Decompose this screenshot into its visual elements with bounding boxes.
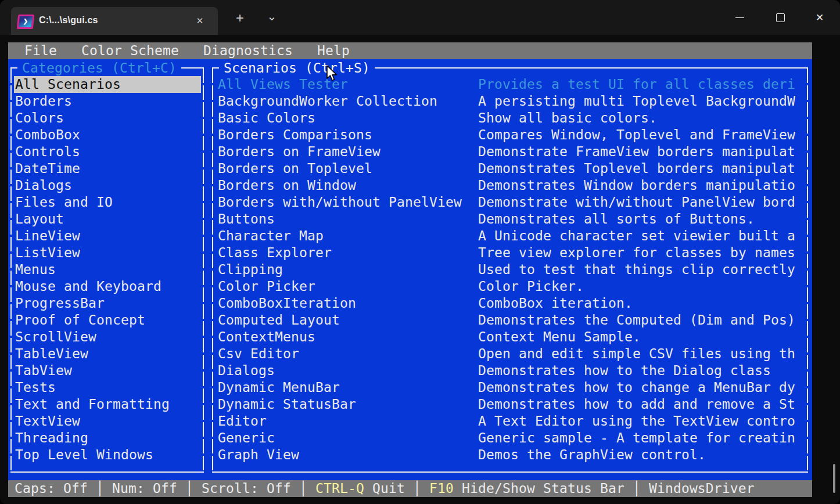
- categories-list: All ScenariosBordersColorsComboBoxContro…: [14, 76, 201, 463]
- category-item[interactable]: LineView: [14, 228, 201, 244]
- scenario-row[interactable]: Basic ColorsShow all basic colors.: [218, 110, 807, 127]
- category-item[interactable]: Menus: [14, 261, 201, 278]
- scenario-row[interactable]: Dynamic MenuBarDemonstrates how to chang…: [218, 379, 807, 396]
- frame-border-bottom: [10, 471, 204, 473]
- scenario-row[interactable]: EditorA Text Editor using the TextView c…: [218, 413, 807, 430]
- status-item[interactable]: WindowsDriver: [649, 481, 755, 496]
- category-item[interactable]: ScrollView: [14, 329, 201, 345]
- scrollbar-thumb[interactable]: [833, 464, 835, 493]
- category-item[interactable]: TableView: [14, 345, 201, 362]
- category-item[interactable]: Files and IO: [14, 194, 201, 211]
- scenarios-list: All Views TesterProvides a test UI for a…: [218, 76, 807, 463]
- category-item[interactable]: Dialogs: [14, 177, 201, 194]
- scenario-description: Color Picker.: [478, 278, 584, 295]
- mouse-cursor-icon: [325, 65, 338, 82]
- scenario-row[interactable]: BackgroundWorker CollectionA persisting …: [218, 93, 807, 110]
- scenario-name: Clipping: [218, 261, 283, 278]
- menu-item-help[interactable]: Help: [317, 42, 350, 59]
- menu-item-color-scheme[interactable]: Color Scheme: [81, 42, 179, 59]
- menu-item-file[interactable]: File: [24, 42, 57, 59]
- scenario-name: Dialogs: [218, 362, 275, 379]
- scenario-description: A Unicode character set viewier built a: [478, 228, 795, 244]
- category-item[interactable]: Controls: [14, 143, 201, 160]
- scenario-row[interactable]: Color PickerColor Picker.: [218, 278, 807, 295]
- category-item[interactable]: Mouse and Keyboard: [14, 278, 201, 295]
- scenario-row[interactable]: ComboBoxIterationComboBox iteration.: [218, 295, 807, 312]
- scenario-row[interactable]: Csv EditorOpen and edit simple CSV files…: [218, 345, 807, 362]
- scenario-name: Dynamic MenuBar: [218, 379, 340, 396]
- scenario-row[interactable]: Computed LayoutDemonstrates the Computed…: [218, 312, 807, 329]
- scenario-row[interactable]: Graph ViewDemos the GraphView control.: [218, 447, 807, 463]
- scenario-description: Provides a test UI for all classes deri: [478, 76, 795, 93]
- scenario-row[interactable]: Borders ComparisonsCompares Window, Topl…: [218, 127, 807, 143]
- category-item[interactable]: Borders: [14, 93, 201, 110]
- scenario-description: Show all basic colors.: [478, 110, 657, 127]
- scenario-description: Demonstrates Toplevel borders manipulat: [478, 160, 795, 177]
- scenario-description: A persisting multi Toplevel BackgroundW: [478, 93, 795, 110]
- tab-dropdown-button[interactable]: ⌄: [261, 6, 282, 27]
- category-item[interactable]: Colors: [14, 110, 201, 127]
- scenario-name: Borders on Window: [218, 177, 356, 194]
- scenario-row[interactable]: Borders on FrameViewDemonstrate FrameVie…: [218, 143, 807, 160]
- category-item[interactable]: Tests: [14, 379, 201, 396]
- status-item[interactable]: Caps: Off: [15, 481, 88, 496]
- close-button[interactable]: ✕: [806, 5, 833, 31]
- category-item[interactable]: ProgressBar: [14, 295, 201, 312]
- maximize-icon: [776, 13, 785, 22]
- scenario-row[interactable]: ButtonsDemonstrates all sorts of Buttons…: [218, 211, 807, 228]
- scenario-row[interactable]: ContextMenusContext Menu Sample.: [218, 329, 807, 345]
- category-item[interactable]: Layout: [14, 211, 201, 228]
- scenario-row[interactable]: GenericGeneric sample - A template for c…: [218, 430, 807, 447]
- status-item[interactable]: Hide/Show Status Bar: [462, 481, 624, 496]
- menu-item-diagnostics[interactable]: Diagnostics: [203, 42, 293, 59]
- scenario-name: BackgroundWorker Collection: [218, 93, 437, 110]
- tab-close-icon[interactable]: ✕: [192, 13, 207, 28]
- scenario-name: Computed Layout: [218, 312, 340, 329]
- scenario-row[interactable]: Borders on ToplevelDemonstrates Toplevel…: [218, 160, 807, 177]
- scenario-description: Context Menu Sample.: [478, 329, 641, 345]
- scenario-row[interactable]: ClippingUsed to test that things clip co…: [218, 261, 807, 278]
- status-item[interactable]: Quit: [372, 481, 405, 496]
- category-item[interactable]: ComboBox: [14, 127, 201, 143]
- scenario-row[interactable]: Borders with/without PanelViewDemonstrat…: [218, 194, 807, 211]
- category-item[interactable]: Text and Formatting: [14, 396, 201, 413]
- scenario-description: Generic sample - A template for creatin: [478, 430, 795, 447]
- category-item[interactable]: DateTime: [14, 160, 201, 177]
- menu-bar-items: FileColor SchemeDiagnosticsHelp: [8, 43, 350, 58]
- status-separator: │: [88, 481, 112, 496]
- scenario-name: Generic: [218, 430, 275, 447]
- category-item[interactable]: Threading: [14, 430, 201, 447]
- category-item[interactable]: Proof of Concept: [14, 312, 201, 329]
- scenario-name: ContextMenus: [218, 329, 315, 345]
- scenario-row[interactable]: All Views TesterProvides a test UI for a…: [218, 76, 807, 93]
- category-item[interactable]: TextView: [14, 413, 201, 430]
- terminal-tab[interactable]: ❯ C:\...\s\gui.cs ✕: [11, 7, 218, 35]
- new-tab-button[interactable]: +: [229, 8, 250, 29]
- scenario-row[interactable]: Character MapA Unicode character set vie…: [218, 228, 807, 244]
- scenario-name: Borders on FrameView: [218, 143, 380, 160]
- scenario-row[interactable]: DialogsDemonstrates how to the Dialog cl…: [218, 362, 807, 379]
- maximize-button[interactable]: [767, 5, 794, 31]
- category-item[interactable]: ListView: [14, 244, 201, 261]
- tab-title: C:\...\s\gui.cs: [39, 7, 98, 35]
- scenario-description: Demonstrates how to change a MenuBar dy: [478, 379, 795, 396]
- category-item[interactable]: Top Level Windows: [14, 447, 201, 463]
- scenario-row[interactable]: Borders on WindowDemonstrates Window bor…: [218, 177, 807, 194]
- scenario-description: ComboBox iteration.: [478, 295, 633, 312]
- scenario-name: Dynamic StatusBar: [218, 396, 356, 413]
- status-item[interactable]: Num: Off: [112, 481, 177, 496]
- status-separator: │: [624, 481, 649, 496]
- minimize-button[interactable]: [726, 5, 753, 31]
- scenario-description: Demonstrates all sorts of Buttons.: [478, 211, 755, 228]
- scenario-description: Demos the GraphView control.: [478, 447, 706, 463]
- status-separator: │: [291, 481, 315, 496]
- status-item[interactable]: Scroll: Off: [202, 481, 291, 496]
- category-item[interactable]: All Scenarios: [14, 76, 201, 93]
- scenario-name: Borders on Toplevel: [218, 160, 372, 177]
- minimize-icon: [735, 17, 744, 18]
- scenario-name: Color Picker: [218, 278, 315, 295]
- scenario-row[interactable]: Dynamic StatusBarDemonstrates how to add…: [218, 396, 807, 413]
- scenario-row[interactable]: Class ExplorerTree view explorer for cla…: [218, 244, 807, 261]
- scenario-description: Demonstrate with/without PanelView bord: [478, 194, 795, 211]
- category-item[interactable]: TabView: [14, 362, 201, 379]
